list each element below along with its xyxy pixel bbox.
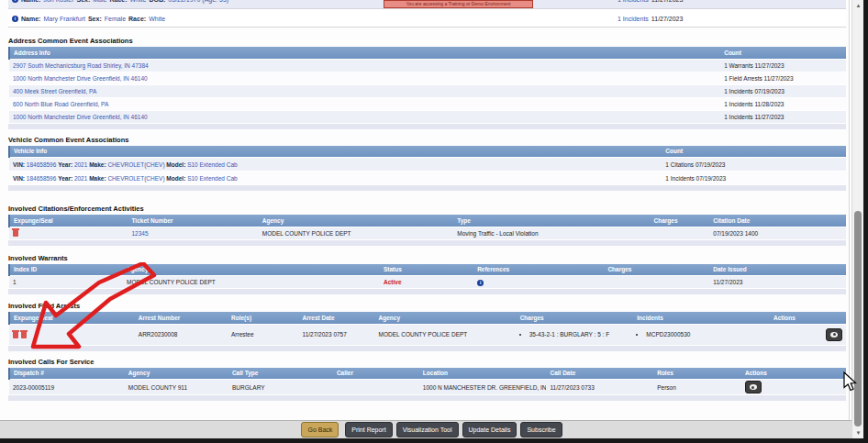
calls-table: Dispatch # Agency Call Type Caller Locat…	[8, 368, 846, 396]
subscribe-button[interactable]: Subscribe	[520, 422, 562, 437]
address-link[interactable]: 2907 South Mechanicsburg Road Shirley, I…	[13, 62, 149, 69]
person-info-icon[interactable]: i	[12, 16, 18, 22]
person-count: 1 Incidents 11/27/2023	[618, 0, 683, 8]
table-footer-strip	[8, 289, 846, 294]
cell-dispatch: 2023-00005119	[9, 380, 125, 395]
address-link[interactable]: 1000 North Manchester Drive Greenfield, …	[13, 75, 148, 82]
person-count-date: 11/27/2023	[651, 16, 684, 22]
race-label: Race:	[128, 16, 146, 22]
person-sex-value[interactable]: Male	[93, 0, 106, 3]
person-info-icon[interactable]: i	[12, 0, 18, 3]
cell-caller	[333, 380, 419, 395]
col-header-agency: Agency	[259, 215, 453, 227]
address-link[interactable]: 400 Meek Street Greenfield, PA	[13, 88, 96, 94]
window-bottom-edge	[0, 438, 868, 443]
print-report-button[interactable]: Print Report	[345, 422, 392, 437]
warrants-table: Index ID Agency Status References Charge…	[8, 264, 846, 290]
header-row: Index ID Agency Status References Charge…	[9, 264, 846, 276]
model-value[interactable]: S10 Extended Cab	[187, 161, 238, 168]
year-value[interactable]: 2021	[74, 161, 87, 168]
col-header-actions: Actions	[770, 312, 846, 324]
update-details-button[interactable]: Update Details	[462, 422, 517, 437]
cell-agency: MODEL COUNTY 911	[125, 380, 228, 395]
col-header-address-info: Address Info	[9, 47, 720, 59]
make-value[interactable]: CHEVROLET(CHEV)	[107, 175, 164, 182]
vin-link[interactable]: 184658596	[27, 175, 57, 182]
go-back-button[interactable]: Go Back	[301, 422, 339, 437]
scroll-up-icon[interactable]: ▲	[852, 0, 864, 11]
vin-link[interactable]: 184658596	[27, 161, 57, 168]
model-label: Model:	[166, 175, 185, 182]
col-header-location: Location	[419, 368, 547, 380]
col-header-charges: Charges	[651, 215, 710, 227]
table-footer-strip	[8, 346, 846, 351]
field-arrests-table: Expunge/Seal Arrest Number Role(s) Arres…	[8, 312, 846, 346]
col-header-dispatch: Dispatch #	[9, 368, 125, 380]
table-row: ARR20230008 Arrestee 11/27/2023 0757 MOD…	[9, 324, 846, 345]
ticket-number-link[interactable]: 12345	[132, 230, 149, 237]
cell-call-date: 11/27/2023 0733	[546, 380, 653, 395]
eye-icon	[750, 384, 757, 390]
visualization-tool-button[interactable]: Visualization Tool	[396, 422, 459, 437]
year-label: Year:	[58, 161, 72, 168]
model-value[interactable]: S10 Extended Cab	[187, 175, 238, 182]
window-right-edge	[863, 0, 868, 443]
calls-section-title: Involved Calls For Service	[8, 358, 849, 366]
person-row: i Name: Mary Frankfurt Sex: Female Race:…	[8, 9, 846, 28]
person-race-value[interactable]: White	[149, 16, 165, 22]
year-value[interactable]: 2021	[74, 175, 87, 182]
vertical-scrollbar[interactable]: ▲ ▼	[851, 0, 863, 438]
person-name-link[interactable]: Jon Kosier	[43, 0, 73, 3]
col-header-references: References	[473, 264, 604, 276]
person-name-link[interactable]: Mary Frankfurt	[43, 16, 85, 22]
header-row: Dispatch # Agency Call Type Caller Locat…	[9, 368, 846, 380]
col-header-call-type: Call Type	[228, 368, 333, 380]
address-count: 1 Warrants 11/27/2023	[720, 59, 846, 72]
model-label: Model:	[166, 161, 185, 168]
address-link[interactable]: 600 North Blue Road Greenfield, PA	[13, 101, 108, 107]
training-demo-banner: You are accessing a Training or Demo Env…	[384, 0, 533, 8]
person-count: 1 Incidents 11/27/2023	[618, 9, 683, 28]
view-details-button[interactable]	[826, 328, 842, 341]
view-details-button[interactable]	[745, 381, 762, 393]
col-header-date-issued: Date Issued	[709, 264, 846, 276]
person-race-value[interactable]: White	[130, 0, 147, 3]
table-footer-strip	[8, 395, 846, 401]
col-header-incidents: Incidents	[633, 312, 770, 324]
vin-label: VIN:	[13, 175, 25, 182]
expunge-trash-icon[interactable]	[13, 332, 18, 338]
race-label: Race:	[109, 0, 127, 3]
person-dob-value: 05/22/1970 (Age: 53)	[168, 0, 228, 3]
col-header-count: Count	[720, 47, 846, 59]
address-link[interactable]: 1000 North Manchester Drive Greenfield, …	[13, 114, 148, 120]
table-row: 12345 MODEL COUNTY POLICE DEPT Moving Tr…	[9, 227, 846, 239]
person-count-link[interactable]: 1 Incidents	[618, 0, 649, 3]
col-header-vehicle-info: Vehicle Info	[9, 146, 662, 158]
make-value[interactable]: CHEVROLET(CHEV)	[107, 161, 164, 168]
references-info-icon[interactable]: i	[477, 280, 484, 286]
scroll-down-icon[interactable]: ▼	[852, 427, 864, 438]
cell-agency: MODEL COUNTY POLICE DEPT	[123, 276, 380, 289]
person-sex-value[interactable]: Female	[105, 16, 126, 22]
person-count-link[interactable]: 1 Incidents	[618, 16, 649, 22]
address-table: Address Info Count 2907 South Mechanicsb…	[8, 47, 846, 124]
expunge-trash-icon[interactable]	[13, 230, 18, 237]
col-header-caller: Caller	[333, 368, 419, 380]
cell-charges	[604, 276, 709, 289]
cell-roles: Arrestee	[228, 324, 299, 345]
col-header-agency: Agency	[123, 264, 380, 276]
cell-arrest-date: 11/27/2023 0757	[299, 324, 375, 345]
vehicle-table: Vehicle Info Count VIN: 184658596 Year: …	[8, 146, 846, 186]
table-row: 1000 North Manchester Drive Greenfield, …	[9, 72, 846, 84]
cell-date-issued: 11/27/2023	[709, 276, 846, 289]
eye-icon	[830, 332, 838, 338]
charge-item: 35-43-2-1 : BURGLARY : 5 : F	[529, 331, 630, 338]
field-arrests-section-title: Involved Field Arrests	[8, 302, 849, 310]
seal-trash-icon[interactable]	[21, 332, 27, 338]
col-header-status: Status	[380, 264, 473, 276]
col-header-charges: Charges	[604, 264, 709, 276]
footer-toolbar: Go Back Print Report Visualization Tool …	[0, 420, 863, 438]
col-header-expunge-seal: Expunge/Seal	[9, 312, 135, 324]
scrollbar-thumb[interactable]	[854, 211, 862, 426]
make-label: Make:	[89, 161, 106, 168]
